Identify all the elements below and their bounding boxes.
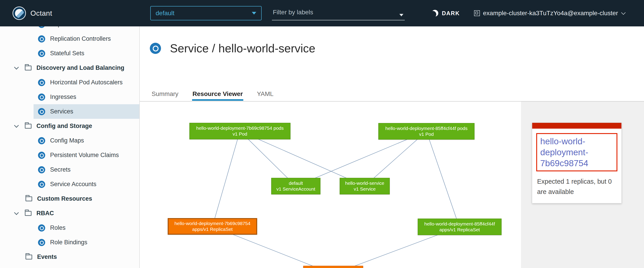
secrets-icon: [38, 166, 45, 173]
tab-bar: Summary Resource Viewer YAML: [140, 87, 287, 101]
graph-node-serviceaccount-default[interactable]: default v1 ServiceAccount: [271, 178, 320, 194]
sidebar-item-label: Persistent Volume Claims: [50, 152, 119, 158]
octant-logo-icon: [12, 6, 26, 20]
namespace-dropdown-value: default: [156, 10, 252, 17]
service-accounts-icon: [38, 181, 45, 188]
node-name: hello-world-deployment-7b69c98754 pods: [192, 125, 288, 131]
sidebar-item-label: Ingresses: [50, 94, 76, 100]
selected-resource-message: Expected 1 replicas, but 0 are available: [532, 174, 622, 203]
theme-toggle-button[interactable]: DARK: [432, 0, 460, 26]
node-kind: apps/v1 ReplicaSet: [170, 226, 254, 232]
label-filter-input[interactable]: [272, 6, 405, 20]
octant-app: Octant default DARK example-cluster-ka3T…: [0, 0, 644, 268]
sidebar-item-services[interactable]: Services: [0, 104, 139, 119]
chevron-down-icon: [252, 12, 256, 14]
cluster-icon: [474, 10, 480, 16]
replication-controllers-icon: [38, 35, 45, 42]
sidebar-item-label: Secrets: [50, 166, 71, 173]
stateful-sets-icon: [38, 50, 45, 57]
sidebar-item-horizontal-pod-autoscalers[interactable]: Horizontal Pod Autoscalers: [0, 75, 139, 90]
replica-sets-icon: [38, 26, 45, 28]
sidebar-item-label: Role Bindings: [50, 239, 88, 246]
sidebar-item-label: Replication Controllers: [50, 35, 111, 42]
sidebar-item-role-bindings[interactable]: Role Bindings: [0, 235, 139, 250]
sidebar-item-label: Services: [50, 108, 73, 115]
error-status-bar: [532, 123, 622, 129]
persistent-volume-claims-icon: [38, 152, 45, 159]
chevron-down-icon[interactable]: [399, 14, 404, 16]
sidebar-item-persistent-volume-claims[interactable]: Persistent Volume Claims: [0, 148, 139, 162]
cluster-context-selector[interactable]: example-cluster-ka3TuTzYo4a@example-clus…: [474, 0, 624, 26]
theme-toggle-label: DARK: [442, 10, 460, 16]
graph-node-pod-85ff4cf44f[interactable]: hello-world-deployment-85ff4cf44f pods v…: [378, 123, 474, 140]
selected-resource-title: hello-world-deployment-7b69c98754: [540, 136, 588, 168]
node-name: hello-world-deployment-85ff4cf44f pods: [380, 126, 472, 131]
sidebar-section-label: RBAC: [36, 210, 54, 217]
node-kind: v1 ServiceAccount: [274, 186, 318, 192]
sidebar-item-label: Horizontal Pod Autoscalers: [50, 79, 122, 86]
resource-viewer: hello-world-deployment-7b69c98754 pods v…: [140, 102, 644, 268]
sidebar-item-replica-sets[interactable]: Replica Sets: [0, 26, 139, 32]
config-maps-icon: [38, 137, 45, 144]
cluster-context-label: example-cluster-ka3TuTzYo4a@example-clus…: [483, 10, 618, 17]
sidebar-item-secrets[interactable]: Secrets: [0, 162, 139, 177]
chevron-down-icon[interactable]: [14, 210, 19, 215]
node-kind: v1 Pod: [380, 131, 472, 137]
chevron-down-icon[interactable]: [14, 65, 19, 70]
sidebar-item-label: Custom Resources: [37, 195, 92, 202]
sidebar-section-label: Discovery and Load Balancing: [36, 64, 124, 71]
node-name: hello-world-deployment-85ff4cf44f: [420, 221, 499, 227]
selected-resource-title-box[interactable]: hello-world-deployment-7b69c98754: [536, 133, 618, 171]
sidebar-section-config-and-storage[interactable]: Config and Storage: [0, 119, 139, 133]
sidebar-item-events[interactable]: Events: [0, 250, 139, 264]
node-name: hello-world-deployment-7b69c98754: [170, 220, 254, 226]
tab-summary[interactable]: Summary: [151, 87, 179, 101]
sidebar-item-service-accounts[interactable]: Service Accounts: [0, 177, 139, 192]
sidebar-item-stateful-sets[interactable]: Stateful Sets: [0, 46, 139, 60]
service-resource-icon: [150, 43, 161, 54]
app-title: Octant: [30, 0, 52, 26]
node-kind: v1 Service: [342, 186, 388, 192]
main-content: Service / hello-world-service Summary Re…: [140, 26, 644, 268]
resource-graph: hello-world-deployment-7b69c98754 pods v…: [140, 102, 521, 268]
sidebar-item-label: Stateful Sets: [50, 50, 84, 57]
sidebar-item-label: Service Accounts: [50, 181, 96, 188]
sidebar-item-ingresses[interactable]: Ingresses: [0, 90, 139, 104]
folder-icon: [26, 196, 32, 201]
graph-node-pod-7b69c98754[interactable]: hello-world-deployment-7b69c98754 pods v…: [190, 123, 290, 139]
chevron-down-icon: [621, 10, 626, 15]
horizontal-pod-autoscalers-icon: [38, 79, 45, 86]
sidebar-item-replication-controllers[interactable]: Replication Controllers: [0, 32, 139, 46]
tab-yaml[interactable]: YAML: [256, 87, 274, 101]
sidebar-item-label: Replica Sets: [50, 26, 84, 28]
namespace-dropdown[interactable]: default: [150, 6, 262, 20]
sidebar-item-custom-resources[interactable]: Custom Resources: [0, 192, 139, 206]
node-kind: v1 Pod: [192, 131, 288, 137]
graph-node-service-hello-world-service[interactable]: hello-world-service v1 Service: [340, 178, 390, 194]
top-bar: Octant default DARK example-cluster-ka3T…: [0, 0, 644, 26]
sidebar-item-label: Config Maps: [50, 137, 84, 144]
folder-icon: [26, 254, 32, 260]
folder-icon: [25, 211, 32, 216]
sidebar-nav: Replica Sets Replication Controllers Sta…: [0, 26, 140, 268]
detail-panel: hello-world-deployment-7b69c98754 Expect…: [521, 102, 644, 268]
chevron-down-icon[interactable]: [14, 123, 19, 128]
tab-resource-viewer[interactable]: Resource Viewer: [192, 87, 243, 101]
folder-icon: [25, 124, 32, 129]
sidebar-section-rbac[interactable]: RBAC: [0, 206, 139, 220]
sidebar-item-roles[interactable]: Roles: [0, 220, 139, 235]
selected-resource-card: hello-world-deployment-7b69c98754 Expect…: [532, 122, 622, 203]
services-icon: [38, 108, 45, 115]
role-bindings-icon: [38, 239, 45, 246]
roles-icon: [38, 224, 45, 232]
graph-node-replicaset-85ff4cf44f[interactable]: hello-world-deployment-85ff4cf44f apps/v…: [418, 218, 502, 235]
sidebar-item-config-maps[interactable]: Config Maps: [0, 133, 139, 148]
node-kind: apps/v1 ReplicaSet: [420, 227, 499, 233]
moon-icon: [432, 10, 438, 16]
sidebar-section-discovery-and-load-balancing[interactable]: Discovery and Load Balancing: [0, 60, 139, 75]
node-name: default: [274, 180, 318, 186]
page-header: Service / hello-world-service: [140, 42, 315, 55]
sidebar-item-label: Events: [37, 254, 57, 260]
graph-node-deployment-hello-world-deployment[interactable]: hello-world-deployment apps/v1 Deploymen…: [303, 266, 363, 268]
graph-node-replicaset-7b69c98754[interactable]: hello-world-deployment-7b69c98754 apps/v…: [168, 218, 257, 235]
